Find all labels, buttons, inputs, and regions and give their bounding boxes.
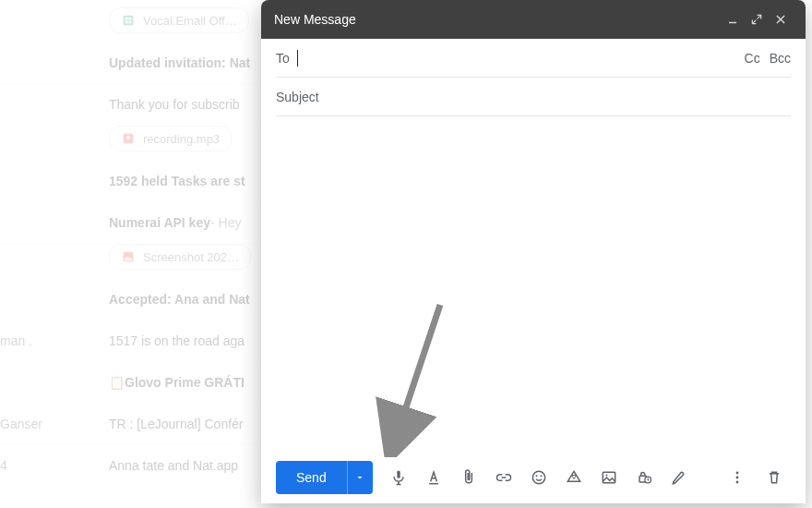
to-field-row[interactable]: To Cc Bcc — [276, 39, 791, 78]
attach-icon[interactable] — [452, 461, 485, 494]
bcc-toggle[interactable]: Bcc — [760, 51, 791, 66]
svg-point-10 — [535, 475, 537, 477]
subject-input[interactable] — [276, 85, 791, 109]
format-text-icon[interactable] — [417, 461, 450, 494]
minimize-button[interactable] — [721, 7, 745, 31]
cc-toggle[interactable]: Cc — [735, 51, 760, 66]
compose-header[interactable]: New Message — [261, 0, 806, 39]
svg-rect-12 — [603, 472, 615, 483]
svg-point-13 — [605, 475, 607, 477]
drive-icon[interactable] — [557, 461, 591, 494]
svg-point-16 — [736, 472, 739, 475]
more-options-icon[interactable] — [721, 461, 754, 494]
to-input[interactable] — [298, 46, 735, 70]
send-button[interactable]: Send — [276, 461, 373, 494]
send-more-button[interactable] — [347, 461, 373, 494]
compose-dialog: New Message To Cc Bcc Send — [261, 0, 806, 503]
subject-field-row[interactable] — [276, 78, 791, 116]
svg-point-17 — [736, 477, 739, 479]
link-icon[interactable] — [487, 461, 520, 494]
svg-point-18 — [736, 481, 739, 484]
image-icon[interactable] — [592, 461, 626, 494]
compose-toolbar: Send — [261, 452, 806, 503]
confidential-icon[interactable] — [627, 461, 661, 494]
pen-icon[interactable] — [663, 461, 696, 494]
close-button[interactable] — [769, 7, 793, 31]
compose-title: New Message — [274, 12, 721, 27]
send-label: Send — [276, 461, 347, 494]
discard-icon[interactable] — [758, 461, 791, 494]
svg-point-9 — [532, 471, 544, 483]
microphone-icon[interactable] — [382, 461, 415, 494]
svg-rect-7 — [397, 471, 400, 478]
emoji-icon[interactable] — [522, 461, 555, 494]
to-label: To — [276, 51, 295, 66]
svg-point-11 — [540, 475, 542, 477]
expand-button[interactable] — [745, 7, 769, 31]
message-body[interactable] — [276, 124, 791, 452]
